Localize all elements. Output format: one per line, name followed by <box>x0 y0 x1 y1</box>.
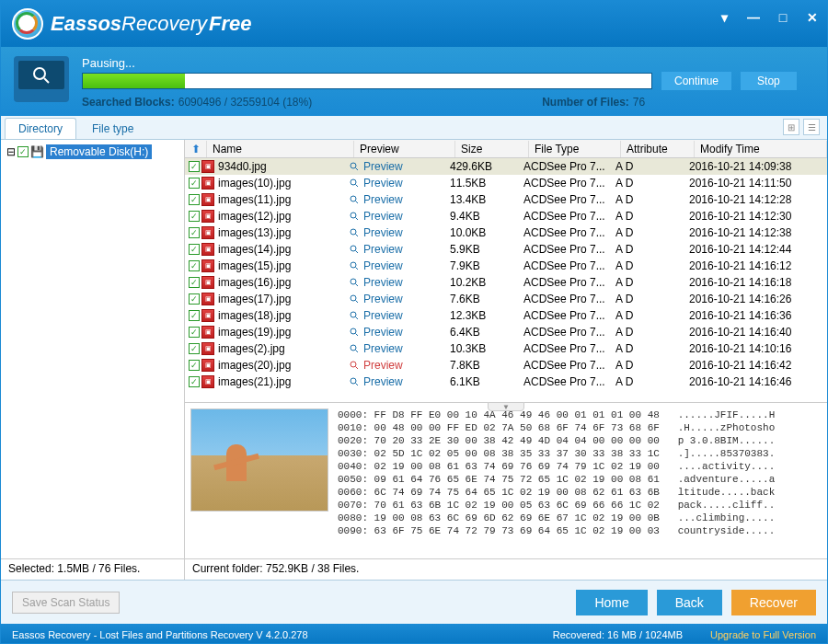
col-attr[interactable]: Attribute <box>621 141 695 157</box>
file-row[interactable]: ✓▣images(14).jpg Preview5.9KBACDSee Pro … <box>185 241 827 258</box>
preview-link[interactable]: Preview <box>349 293 450 305</box>
view-grid-icon[interactable]: ⊞ <box>783 119 799 135</box>
minimize-icon[interactable]: — <box>746 10 761 25</box>
maximize-icon[interactable]: □ <box>776 10 790 25</box>
file-row[interactable]: ✓▣images(11).jpg Preview13.4KBACDSee Pro… <box>185 191 827 208</box>
tree-root-label: Removable Disk(H:) <box>46 144 152 159</box>
selected-status: Selected: 1.5MB / 76 Files. <box>1 559 185 580</box>
file-type-icon: ▣ <box>201 210 214 223</box>
title-bar: EassosRecoveryFree ▾ — □ ✕ <box>1 1 827 47</box>
col-preview[interactable]: Preview <box>354 141 455 157</box>
file-row[interactable]: ✓▣images(17).jpg Preview7.6KBACDSee Pro … <box>185 291 827 307</box>
file-checkbox[interactable]: ✓ <box>189 244 200 255</box>
file-checkbox[interactable]: ✓ <box>189 310 200 321</box>
col-type[interactable]: File Type <box>529 141 621 157</box>
file-attr: A D <box>615 259 689 272</box>
tree-collapse-icon[interactable]: ⊟ <box>6 145 16 158</box>
file-modtime: 2016-10-21 14:12:28 <box>689 193 827 206</box>
col-name[interactable]: Name <box>207 141 354 157</box>
file-row[interactable]: ✓▣images(18).jpg Preview12.3KBACDSee Pro… <box>185 307 827 324</box>
preview-link[interactable]: Preview <box>349 276 450 289</box>
file-type-icon: ▣ <box>201 177 214 190</box>
file-checkbox[interactable]: ✓ <box>189 211 200 222</box>
file-checkbox[interactable]: ✓ <box>189 277 200 288</box>
file-type: ACDSee Pro 7... <box>523 243 615 256</box>
file-attr: A D <box>615 276 689 289</box>
file-row[interactable]: ✓▣images(19).jpg Preview6.4KBACDSee Pro … <box>185 324 827 340</box>
image-thumbnail <box>190 408 328 512</box>
file-modtime: 2016-10-21 14:16:12 <box>689 259 827 272</box>
svg-point-10 <box>351 229 356 235</box>
file-attr: A D <box>615 193 689 206</box>
file-checkbox[interactable]: ✓ <box>189 178 200 189</box>
file-checkbox[interactable]: ✓ <box>189 343 200 354</box>
preview-link[interactable]: Preview <box>349 326 450 339</box>
file-type: ACDSee Pro 7... <box>523 160 615 173</box>
file-checkbox[interactable]: ✓ <box>189 260 200 271</box>
close-icon[interactable]: ✕ <box>805 10 820 25</box>
file-row[interactable]: ✓▣images(21).jpg Preview6.1KBACDSee Pro … <box>185 374 827 390</box>
svg-point-6 <box>351 196 356 201</box>
file-modtime: 2016-10-21 14:10:16 <box>689 342 827 355</box>
file-type: ACDSee Pro 7... <box>523 276 615 289</box>
file-type: ACDSee Pro 7... <box>523 309 615 322</box>
file-row[interactable]: ✓▣images(10).jpg Preview11.5KBACDSee Pro… <box>185 175 827 191</box>
file-attr: A D <box>615 375 689 388</box>
file-size: 7.6KB <box>450 293 523 305</box>
save-scan-button[interactable]: Save Scan Status <box>12 592 120 614</box>
preview-link[interactable]: Preview <box>349 226 450 239</box>
file-row[interactable]: ✓▣images(2).jpg Preview10.3KBACDSee Pro … <box>185 340 827 357</box>
col-mod[interactable]: Modify Time <box>695 141 827 157</box>
preview-link[interactable]: Preview <box>349 193 450 206</box>
tree-checkbox[interactable]: ✓ <box>17 146 29 157</box>
svg-point-26 <box>351 362 356 367</box>
file-row[interactable]: ✓▣images(16).jpg Preview10.2KBACDSee Pro… <box>185 274 827 291</box>
file-row[interactable]: ✓▣images(20).jpg Preview7.8KBACDSee Pro … <box>185 357 827 374</box>
continue-button[interactable]: Continue <box>661 72 731 90</box>
preview-link[interactable]: Preview <box>349 375 450 388</box>
file-row[interactable]: ✓▣images(15).jpg Preview7.9KBACDSee Pro … <box>185 258 827 274</box>
upgrade-link[interactable]: Upgrade to Full Version <box>710 629 816 640</box>
tab-directory[interactable]: Directory <box>5 118 76 139</box>
stop-button[interactable]: Stop <box>741 72 797 90</box>
file-checkbox[interactable]: ✓ <box>189 360 200 371</box>
preview-link[interactable]: Preview <box>349 210 450 223</box>
file-row[interactable]: ✓▣images(13).jpg Preview10.0KBACDSee Pro… <box>185 224 827 241</box>
settings-icon[interactable]: ▾ <box>717 10 731 25</box>
file-name: images(12).jpg <box>216 210 349 223</box>
back-button[interactable]: Back <box>657 590 722 615</box>
recover-button[interactable]: Recover <box>731 590 816 615</box>
file-name: images(13).jpg <box>216 226 349 239</box>
preview-link[interactable]: Preview <box>349 160 450 173</box>
preview-link[interactable]: Preview <box>349 359 450 372</box>
splitter-handle[interactable]: ▼ <box>488 402 524 411</box>
file-name: images(21).jpg <box>216 375 349 388</box>
preview-link[interactable]: Preview <box>349 259 450 272</box>
svg-line-29 <box>356 384 359 386</box>
recovered-status: Recovered: 16 MB / 1024MB <box>553 629 683 640</box>
file-row[interactable]: ✓▣934d0.jpg Preview429.6KBACDSee Pro 7..… <box>185 158 827 175</box>
svg-point-16 <box>351 279 356 284</box>
view-list-icon[interactable]: ☰ <box>803 119 820 135</box>
preview-link[interactable]: Preview <box>349 309 450 322</box>
file-checkbox[interactable]: ✓ <box>189 376 200 387</box>
file-checkbox[interactable]: ✓ <box>189 161 200 172</box>
file-checkbox[interactable]: ✓ <box>189 293 200 305</box>
tab-filetype[interactable]: File type <box>78 118 147 139</box>
svg-line-13 <box>356 251 359 254</box>
sort-arrow-icon[interactable]: ⬆ <box>185 141 207 157</box>
preview-link[interactable]: Preview <box>349 177 450 190</box>
file-checkbox[interactable]: ✓ <box>189 194 200 205</box>
preview-link[interactable]: Preview <box>349 342 450 355</box>
file-checkbox[interactable]: ✓ <box>189 327 200 338</box>
svg-line-1 <box>44 78 49 83</box>
col-size[interactable]: Size <box>455 141 529 157</box>
preview-link[interactable]: Preview <box>349 243 450 256</box>
tree-root-node[interactable]: ⊟ ✓ 💾 Removable Disk(H:) <box>5 144 180 160</box>
file-row[interactable]: ✓▣images(12).jpg Preview9.4KBACDSee Pro … <box>185 208 827 224</box>
svg-line-17 <box>356 284 359 287</box>
file-size: 9.4KB <box>450 210 523 223</box>
file-checkbox[interactable]: ✓ <box>189 227 200 238</box>
file-name: images(16).jpg <box>216 276 349 289</box>
home-button[interactable]: Home <box>576 590 647 615</box>
